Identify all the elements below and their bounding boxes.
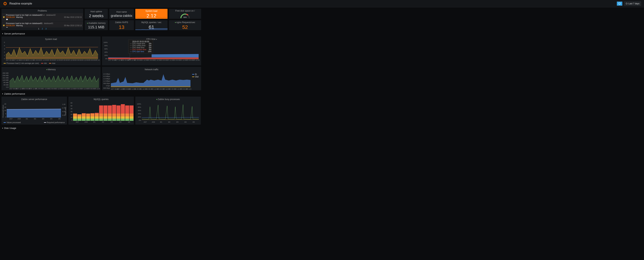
- legend-item[interactable]: Required performance: [44, 122, 65, 124]
- page-3[interactable]: 3: [46, 28, 47, 30]
- svg-rect-148: [108, 106, 112, 114]
- svg-text:3/2 12:00: 3/2 12:00: [54, 59, 61, 61]
- svg-rect-122: [82, 119, 86, 121]
- svg-text:3/2: 3/2: [168, 121, 170, 123]
- stat-memory[interactable]: ♥Available memory 115.1 MiB: [85, 20, 108, 30]
- svg-rect-136: [95, 113, 99, 114]
- svg-text:3: 3: [4, 48, 5, 50]
- svg-rect-163: [125, 114, 129, 117]
- svg-text:3/5 12:00: 3/5 12:00: [193, 59, 200, 61]
- svg-text:0.75: 0.75: [62, 107, 66, 109]
- svg-rect-162: [125, 117, 129, 119]
- stat-mysql[interactable]: MySQL queries / sec 61: [135, 20, 168, 30]
- chart-zabbix-server[interactable]: Zabbix server performance Processed valu…: [2, 97, 67, 125]
- svg-text:5: 5: [5, 113, 6, 115]
- page-1[interactable]: 1: [38, 28, 39, 30]
- chart-system-load[interactable]: System load 0 1 2 3 4 5 2/27 00:00: [2, 36, 100, 65]
- svg-text:3/3 12:00: 3/3 12:00: [167, 59, 174, 61]
- legend-item[interactable]: Values processed: [4, 122, 21, 124]
- svg-rect-137: [99, 119, 103, 121]
- svg-text:3/1 00:00: 3/1 00:00: [134, 59, 141, 61]
- svg-text:2/28: 2/28: [152, 121, 155, 123]
- section-disk-usage[interactable]: ▾ Disk Usage: [2, 126, 201, 130]
- svg-text:40%: 40%: [104, 51, 108, 53]
- svg-rect-143: [104, 114, 108, 117]
- svg-rect-140: [99, 106, 103, 114]
- stat-uptime[interactable]: Host uptime 2 weeks: [85, 9, 108, 19]
- svg-text:3/1 12:00: 3/1 12:00: [42, 88, 49, 90]
- svg-text:2/28: 2/28: [84, 121, 88, 123]
- svg-rect-0: [618, 3, 620, 4]
- chevron-down-icon: ▾: [2, 33, 3, 35]
- svg-rect-117: [73, 117, 77, 119]
- svg-text:3/2: 3/2: [34, 118, 36, 120]
- mysql-chart-area: 0 10 20 30 40 50 60 2/27 2/28 3/1 3/2 3/…: [69, 101, 134, 123]
- svg-text:2.0 Mbps: 2.0 Mbps: [103, 75, 110, 77]
- svg-text:191 MiB: 191 MiB: [2, 77, 8, 79]
- chart-cpu-time[interactable]: CPU time ▾ 0% 20% 40% 60% 80% 100%: [102, 36, 201, 65]
- svg-text:3/1 00:00: 3/1 00:00: [36, 88, 42, 90]
- network-chart-area: -500 kbps 0 bps 500 kbps 1.0 Mbps 1.5 Mb…: [103, 72, 192, 90]
- chart-memory[interactable]: ♥Memory 0 B 48 MiB 95 MiB 143 MiB 191 Mi…: [2, 67, 100, 90]
- svg-text:3/2 00:00: 3/2 00:00: [147, 59, 154, 61]
- stat-disk[interactable]: Free disk space on / 55%: [169, 9, 201, 19]
- svg-text:0%: 0%: [139, 119, 141, 121]
- problem-item[interactable]: ♥ Processor load is too high on database…: [2, 13, 83, 21]
- svg-rect-153: [116, 119, 120, 121]
- star-icon: ♥: [87, 22, 88, 24]
- svg-rect-166: [130, 117, 134, 119]
- svg-text:3/5 00:00: 3/5 00:00: [186, 59, 193, 61]
- page-2[interactable]: 2: [42, 28, 43, 30]
- svg-rect-135: [95, 114, 99, 117]
- tv-mode-button[interactable]: [617, 1, 622, 6]
- svg-text:3/2 12:00: 3/2 12:00: [55, 88, 62, 90]
- disk-gauge: 55%: [177, 13, 193, 19]
- svg-rect-167: [130, 114, 134, 117]
- stat-nginx[interactable]: ♥nginx Requests\sec 52: [169, 20, 201, 30]
- svg-rect-145: [108, 119, 112, 121]
- chart-mysql-queries[interactable]: MySQL queries 0 10 20 30 40 50 60 2/27 2…: [68, 97, 134, 125]
- time-range-picker[interactable]: Last 7 days: [624, 1, 641, 6]
- stat-nvps[interactable]: Zabbix NVPS 13: [109, 20, 134, 30]
- stat-hostname[interactable]: Host name grafana-zabbix: [109, 9, 134, 19]
- chevron-down-icon: ▾: [2, 93, 3, 95]
- svg-text:3/4: 3/4: [50, 118, 52, 120]
- svg-text:80%: 80%: [104, 45, 108, 47]
- svg-text:48 MiB: 48 MiB: [4, 84, 8, 86]
- pagination: 1 2 3: [2, 27, 83, 30]
- svg-rect-127: [86, 117, 90, 119]
- legend-item[interactable]: max: [49, 62, 55, 64]
- svg-rect-119: [78, 119, 82, 121]
- section-server-performance[interactable]: ▾ Server performance: [2, 32, 201, 36]
- legend-item[interactable]: min: [41, 62, 47, 64]
- svg-text:3/2: 3/2: [102, 121, 104, 123]
- problems-panel[interactable]: Problems ♥ Processor load is too high on…: [2, 9, 83, 30]
- svg-rect-144: [104, 106, 108, 114]
- legend-item[interactable]: Processor load (1 min average per core): [4, 62, 39, 64]
- svg-text:3/3: 3/3: [42, 118, 44, 120]
- svg-rect-146: [108, 117, 112, 119]
- svg-rect-123: [82, 117, 86, 119]
- svg-text:3/3 00:00: 3/3 00:00: [160, 59, 167, 61]
- svg-text:3/3: 3/3: [176, 121, 178, 123]
- grafana-logo-icon: [3, 1, 7, 6]
- legend-item[interactable]: Out: [192, 75, 198, 78]
- section-zabbix-performance[interactable]: ▾ Zabbix performance: [2, 92, 201, 96]
- svg-text:3/5 00:00: 3/5 00:00: [88, 59, 95, 61]
- svg-text:-500 kbps: -500 kbps: [103, 87, 110, 89]
- legend-item[interactable]: In: [192, 73, 198, 75]
- svg-text:3/1: 3/1: [93, 121, 96, 123]
- svg-text:100%: 100%: [137, 103, 141, 105]
- svg-text:5: 5: [4, 41, 5, 43]
- chart-zabbix-busy[interactable]: ♥Zabbix busy processes 0% 20% 40% 60% 80…: [135, 97, 201, 125]
- svg-text:40: 40: [70, 108, 72, 110]
- problem-item[interactable]: ♥ Processor load is too high on database…: [2, 21, 83, 27]
- chart-network[interactable]: Network traffic -500 kbps 0 bps 500 kbps…: [102, 67, 201, 90]
- svg-rect-125: [82, 113, 86, 114]
- svg-text:20%: 20%: [104, 55, 108, 56]
- svg-text:3/5 00:00: 3/5 00:00: [88, 88, 94, 90]
- svg-text:3/4: 3/4: [184, 121, 187, 123]
- stat-sysload[interactable]: System load 2.12: [135, 9, 168, 19]
- chevron-down-icon: ▾: [156, 38, 157, 40]
- svg-text:0 bps: 0 bps: [106, 85, 110, 87]
